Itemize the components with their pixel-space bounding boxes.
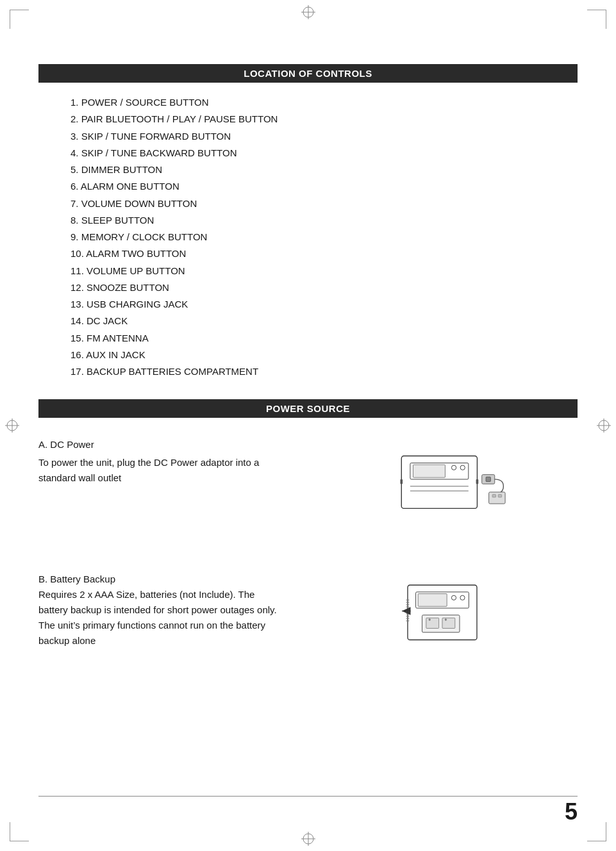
svg-point-29 (452, 595, 456, 600)
list-item: 16. AUX IN JACK (71, 347, 578, 363)
svg-rect-28 (418, 594, 447, 607)
list-item: 15. FM ANTENNA (71, 330, 578, 347)
list-item: 14. DC JACK (71, 313, 578, 329)
power-title: POWER SOURCE (266, 403, 350, 414)
controls-list: 1. POWER / SOURCE BUTTON 2. PAIR BLUETOO… (38, 94, 578, 380)
list-item: 10. ALARM TWO BUTTON (71, 245, 578, 262)
svg-rect-33 (442, 618, 455, 629)
corner-mark-bottom-left (10, 822, 29, 841)
list-item: 13. USB CHARGING JACK (71, 296, 578, 313)
battery-description: Requires 2 x AAA Size, batteries (not In… (38, 587, 281, 649)
svg-rect-14 (413, 465, 445, 477)
battery-image (319, 572, 578, 668)
list-item: 2. PAIR BLUETOOTH / PLAY / PAUSE BUTTON (71, 111, 578, 128)
list-item: 9. MEMORY / CLOCK BUTTON (71, 229, 578, 245)
dc-subtitle: A. DC Power (38, 437, 281, 452)
svg-rect-25 (498, 495, 501, 498)
page-number: 5 (565, 798, 578, 825)
bottom-line (38, 796, 578, 797)
corner-mark-top-left (10, 10, 29, 29)
power-section: POWER SOURCE A. DC Power To power the un… (38, 399, 578, 668)
dc-power-text: A. DC Power To power the unit, plug the … (38, 437, 281, 486)
svg-rect-17 (401, 479, 403, 484)
list-item: 12. SNOOZE BUTTON (71, 279, 578, 296)
reg-mark-bottom (301, 832, 315, 846)
controls-title: LOCATION OF CONTROLS (244, 68, 372, 79)
battery-device-illustration (390, 572, 506, 668)
list-item: 5. DIMMER BUTTON (71, 161, 578, 178)
controls-header: LOCATION OF CONTROLS (38, 64, 578, 83)
list-item: 1. POWER / SOURCE BUTTON (71, 94, 578, 111)
battery-text: B. Battery Backup Requires 2 x AAA Size,… (38, 572, 281, 649)
page-container: LOCATION OF CONTROLS 1. POWER / SOURCE B… (0, 0, 616, 851)
corner-mark-top-right (587, 10, 606, 29)
svg-rect-22 (486, 477, 490, 482)
list-item: 17. BACKUP BATTERIES COMPARTMENT (71, 363, 578, 380)
reg-mark-right (597, 418, 611, 433)
list-item: 8. SLEEP BUTTON (71, 212, 578, 229)
svg-rect-12 (401, 456, 477, 509)
dc-description: To power the unit, plug the DC Power ada… (38, 455, 281, 486)
svg-point-30 (460, 595, 465, 600)
svg-rect-32 (426, 618, 439, 629)
dc-power-content: A. DC Power To power the unit, plug the … (38, 437, 578, 533)
list-item: 4. SKIP / TUNE BACKWARD BUTTON (71, 145, 578, 161)
svg-rect-18 (476, 479, 479, 484)
svg-rect-24 (492, 495, 495, 498)
list-item: 3. SKIP / TUNE FORWARD BUTTON (71, 128, 578, 145)
dc-power-image (319, 437, 578, 533)
list-item: 11. VOLUME UP BUTTON (71, 263, 578, 279)
dc-device-illustration (384, 437, 512, 533)
reg-mark-top (301, 5, 315, 19)
power-header: POWER SOURCE (38, 399, 578, 418)
svg-rect-23 (489, 492, 505, 504)
list-item: 7. VOLUME DOWN BUTTON (71, 195, 578, 212)
svg-point-15 (452, 465, 456, 470)
battery-content: B. Battery Backup Requires 2 x AAA Size,… (38, 572, 578, 668)
controls-section: LOCATION OF CONTROLS 1. POWER / SOURCE B… (38, 64, 578, 380)
svg-point-16 (460, 465, 465, 470)
corner-mark-bottom-right (587, 822, 606, 841)
battery-subtitle: B. Battery Backup (38, 572, 281, 587)
reg-mark-left (5, 418, 19, 433)
list-item: 6. ALARM ONE BUTTON (71, 178, 578, 195)
page-footer: 5 (565, 798, 578, 825)
